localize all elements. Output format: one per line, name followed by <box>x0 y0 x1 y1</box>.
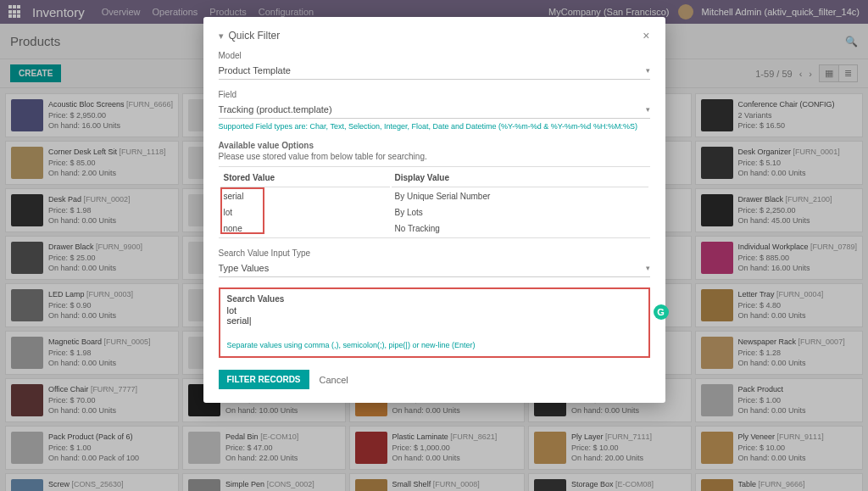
display-val: No Tracking <box>392 221 648 236</box>
display-val: By Lots <box>392 205 648 220</box>
stored-val: serial <box>224 192 244 201</box>
search-values-input[interactable]: lot serial <box>227 305 642 326</box>
field-label: Field <box>219 90 650 99</box>
chevron-down-icon: ▾ <box>646 105 650 114</box>
input-type-value: Type Values <box>219 263 270 273</box>
modal-title: Quick Filter <box>229 30 281 42</box>
field-value: Tracking (product.template) <box>219 104 332 114</box>
field-hint: Supported Field types are: Char, Text, S… <box>219 122 650 131</box>
filter-records-button[interactable]: FILTER RECORDS <box>219 370 309 389</box>
input-type-select[interactable]: Type Values ▾ <box>219 259 650 277</box>
modal-overlay: ▾ Quick Filter × Model Product Template … <box>0 0 868 491</box>
model-value: Product Template <box>219 65 291 75</box>
filter-icon: ▾ <box>219 31 224 42</box>
cancel-button[interactable]: Cancel <box>320 375 348 385</box>
input-type-label: Search Value Input Type <box>219 248 650 258</box>
model-select[interactable]: Product Template ▾ <box>219 62 650 80</box>
stored-val: lot <box>220 205 390 220</box>
search-values-box: Search Values lot serial Separate values… <box>219 287 650 358</box>
sv-label: Search Values <box>227 294 642 304</box>
field-select[interactable]: Tracking (product.template) ▾ <box>219 101 650 119</box>
close-icon[interactable]: × <box>643 29 649 42</box>
display-val: By Unique Serial Number <box>392 189 648 204</box>
avail-sub: Please use stored value from below table… <box>219 152 650 161</box>
chevron-down-icon: ▾ <box>646 264 650 272</box>
model-label: Model <box>219 51 650 60</box>
chevron-down-icon: ▾ <box>646 66 650 75</box>
quick-filter-modal: ▾ Quick Filter × Model Product Template … <box>203 17 665 403</box>
th-stored: Stored Value <box>220 169 390 187</box>
sep-hint: Separate values using comma (,), semicol… <box>227 341 642 349</box>
grammarly-icon: G <box>654 304 669 320</box>
stored-val: none <box>220 221 390 236</box>
avail-title: Available value Options <box>219 141 650 150</box>
value-table: Stored Value Display Value serialBy Uniq… <box>219 166 650 238</box>
th-display: Display Value <box>392 169 648 187</box>
